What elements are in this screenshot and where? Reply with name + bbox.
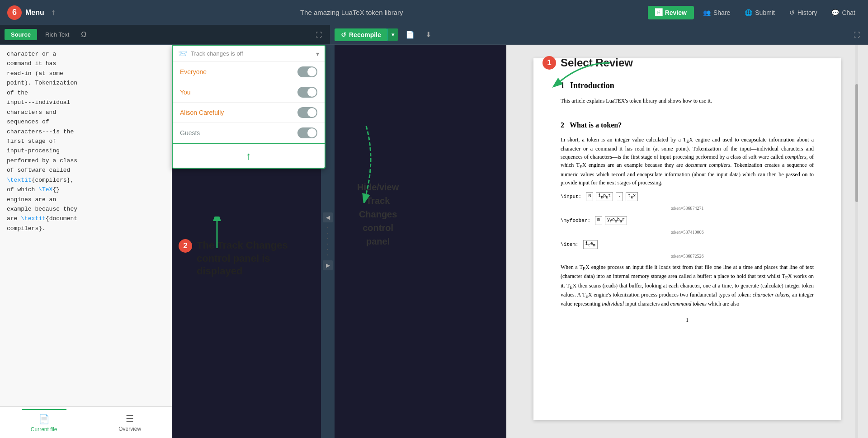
track-changes-status: Track changes is off xyxy=(191,50,312,57)
divider-dots: •••••• xyxy=(327,225,329,258)
annotation-arrow-2 xyxy=(203,217,231,253)
track-changes-header: 📨 Track changes is off ▾ xyxy=(173,46,325,62)
app-logo[interactable]: 6 Menu xyxy=(7,5,44,20)
token-item-group: \item: item token=536872526 xyxy=(561,239,814,259)
upload-icon[interactable]: ↑ xyxy=(52,8,56,17)
toolbar-right: ↺ Recompile ▾ 📄 ⬇ ⛶ xyxy=(330,25,868,44)
track-changes-you-row: You xyxy=(173,82,325,103)
hideview-arrow xyxy=(330,122,384,203)
editor-panel: character or a command it has read-in (a… xyxy=(0,45,172,438)
myfoobar-label: \myfoobar: xyxy=(561,218,590,223)
submit-label: Submit xyxy=(755,9,775,16)
token2-caption: token=537410006 xyxy=(561,230,814,235)
page-number: 1 xyxy=(561,317,814,324)
token-box: N xyxy=(586,192,593,201)
history-icon: ↺ xyxy=(789,9,795,16)
track-changes-guests-row: Guests xyxy=(173,123,325,143)
review-button[interactable]: 🅰 Review xyxy=(648,6,694,19)
overview-icon: ☰ xyxy=(126,413,134,424)
scroll-thumb[interactable] xyxy=(855,84,858,202)
overview-tab[interactable]: ☰ Overview xyxy=(109,410,150,436)
pdf-content: 1 Introduction This article explains Lua… xyxy=(533,58,841,420)
track-changes-dropdown[interactable]: ▾ xyxy=(316,50,319,57)
section1-number: 1 xyxy=(561,81,565,90)
track-changes-alison-row: Alison Carefully xyxy=(173,103,325,123)
recompile-button[interactable]: ↺ Recompile xyxy=(335,28,387,41)
everyone-label: Everyone xyxy=(180,68,297,75)
overview-label: Overview xyxy=(118,426,141,432)
review-icon: 🅰 xyxy=(655,9,662,17)
guests-label: Guests xyxy=(180,129,297,137)
share-icon: 👥 xyxy=(703,9,711,16)
current-file-icon: 📄 xyxy=(38,414,50,424)
chat-icon: 💬 xyxy=(831,9,839,16)
history-button[interactable]: ↺ History xyxy=(784,6,823,19)
recompile-dropdown-button[interactable]: ▾ xyxy=(387,28,398,41)
doc-icon-button[interactable]: 📄 xyxy=(402,28,418,41)
header-bar: 6 Menu ↑ The amazing LuaTeX token librar… xyxy=(0,0,868,25)
collapse-right-button[interactable]: ▶ xyxy=(323,260,333,270)
alison-toggle[interactable] xyxy=(297,107,317,118)
expand-editor-button[interactable]: ⛶ xyxy=(312,29,326,41)
section2b-text: When a TEX engine process an input file … xyxy=(561,263,814,308)
current-file-label: Current file xyxy=(31,426,57,433)
myfoobar-token-boxes: m yfoobar xyxy=(594,215,628,226)
document-title: The amazing LuaTeX token library xyxy=(63,9,641,16)
scrollbar[interactable] xyxy=(855,45,858,438)
token-box: tex xyxy=(626,192,638,201)
code-editor[interactable]: character or a command it has read-in (a… xyxy=(0,45,172,406)
share-label: Share xyxy=(713,9,730,16)
annotation-2: 2 The Track Changes control panel is dis… xyxy=(179,239,314,278)
track-changes-header-icon: 📨 xyxy=(178,49,187,58)
recompile-group: ↺ Recompile ▾ xyxy=(335,28,398,41)
toolbar-left: Source Rich Text Ω ⛶ xyxy=(0,28,330,41)
token-myfoobar-group: \myfoobar: m yfoobar token=537410006 xyxy=(561,215,814,235)
you-label: You xyxy=(180,89,297,96)
submit-icon: 🌐 xyxy=(745,9,752,16)
recompile-label: Recompile xyxy=(349,31,381,38)
minimize-pdf-button[interactable]: ⛶ xyxy=(850,29,863,41)
omega-button[interactable]: Ω xyxy=(77,28,90,41)
guests-toggle[interactable] xyxy=(297,127,317,138)
section1-title: Introduction xyxy=(570,81,614,90)
item-token-boxes: item xyxy=(582,239,599,250)
hideview-annotation: Hide/viewTrackChangescontrolpanel xyxy=(357,180,399,248)
menu-label[interactable]: Menu xyxy=(25,9,44,17)
submit-button[interactable]: 🌐 Submit xyxy=(739,6,780,19)
secondary-toolbar: Source Rich Text Ω ⛶ ↺ Recompile ▾ 📄 ⬇ ⛶ xyxy=(0,25,868,45)
token-box: yfoobar xyxy=(605,216,627,225)
track-changes-arrow-up: ↑ xyxy=(246,150,251,162)
token-box: input xyxy=(596,192,613,201)
pdf-panel: 1 Introduction This article explains Lua… xyxy=(506,45,868,438)
token-box: item xyxy=(583,240,598,249)
token-input-group: \input: N input . tex token=536874271 xyxy=(561,191,814,211)
annotation-badge-2: 2 xyxy=(179,239,192,253)
input-label: \input: xyxy=(561,194,581,199)
richtext-button[interactable]: Rich Text xyxy=(39,29,75,40)
track-changes-bottom: ↑ xyxy=(173,143,325,168)
header-actions: 🅰 Review 👥 Share 🌐 Submit ↺ History 💬 Ch… xyxy=(648,6,861,19)
item-label: \item: xyxy=(561,242,579,247)
track-changes-panel: 📨 Track changes is off ▾ Everyone You Al… xyxy=(172,45,326,169)
annotation-text-2: The Track Changes control panel is displ… xyxy=(197,239,314,278)
token1-caption: token=536874271 xyxy=(561,206,814,211)
section2-number: 2 xyxy=(561,121,564,129)
recompile-icon: ↺ xyxy=(341,31,346,38)
share-button[interactable]: 👥 Share xyxy=(698,6,736,19)
token-box: m xyxy=(595,216,602,225)
review-label: Review xyxy=(665,9,687,16)
current-file-tab[interactable]: 📄 Current file xyxy=(22,409,66,436)
collapse-left-button[interactable]: ◀ xyxy=(323,212,333,222)
download-button[interactable]: ⬇ xyxy=(422,28,435,41)
main-content: character or a command it has read-in (a… xyxy=(0,45,868,438)
source-button[interactable]: Source xyxy=(5,29,37,40)
everyone-toggle[interactable] xyxy=(297,66,317,77)
section2-text: In short, a token is an integer value ca… xyxy=(561,136,814,187)
chat-button[interactable]: 💬 Chat xyxy=(826,6,861,19)
chat-label: Chat xyxy=(842,9,855,16)
token-box: . xyxy=(616,192,623,201)
you-toggle[interactable] xyxy=(297,87,317,98)
history-label: History xyxy=(797,9,817,16)
section1-text: This article explains LuaTEX's token lib… xyxy=(561,97,814,105)
logo-icon: 6 xyxy=(7,5,22,20)
